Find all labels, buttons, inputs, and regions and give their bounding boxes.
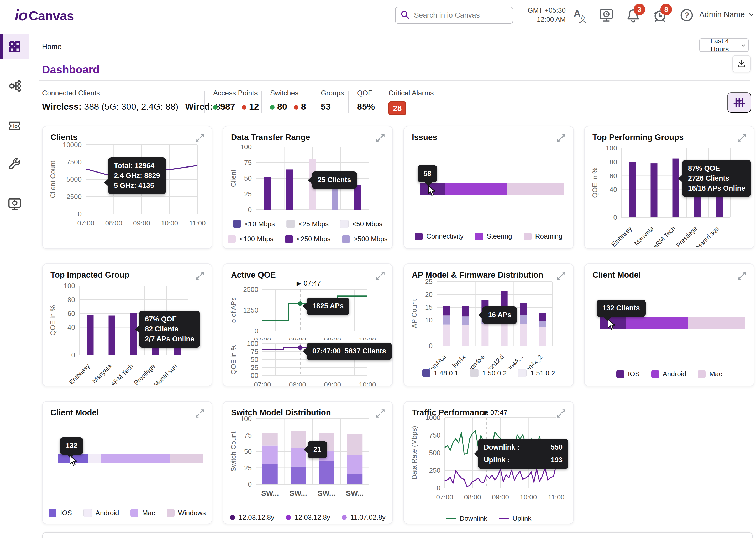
legend-swatch [342,235,350,243]
global-search[interactable] [395,7,513,24]
legend-label: 12.03.12.8y [294,513,330,521]
legend-item[interactable]: <100 Mbps [228,235,273,243]
svg-text:09:00: 09:00 [324,336,341,340]
svg-text:SW...: SW... [318,489,335,497]
stat-label: Access Points [213,89,259,97]
legend-label: 1.48.0.1 [434,369,459,377]
sidebar-item-tools[interactable] [0,152,30,177]
svg-text:ion4Axi: ion4Axi [428,353,447,369]
svg-text:0: 0 [248,480,252,488]
card-ap-model: AP Model & Firmware Distribution 0101520… [404,263,574,387]
svg-text:25: 25 [244,190,252,198]
monitor-clock-icon[interactable] [598,7,615,24]
legend-item[interactable]: Mac [698,370,722,378]
legend-swatch [286,515,291,520]
legend-item[interactable]: Uplink [499,514,531,522]
legend-item[interactable]: <10 Mbps [233,220,275,228]
alarm-clock-icon[interactable]: 8 [652,7,668,24]
chevron-down-icon [748,11,755,18]
svg-text:io: io [13,124,18,129]
expand-icon[interactable] [375,270,386,282]
legend-row: ConnectivitySteeringRoaming [404,232,573,241]
wireless-value: 388 (5G: 300, 2.4G: 88) [84,101,178,111]
download-button[interactable] [732,55,751,72]
legend-item[interactable]: 11.07.02.8y [342,513,386,521]
help-icon[interactable]: ? [678,7,695,24]
svg-text:0: 0 [248,206,252,214]
language-icon[interactable]: A文 [571,7,588,24]
app-logo[interactable]: io Canvas [15,6,74,24]
client-model-stacked-bar[interactable] [600,317,745,329]
card-client-model: Client Model 132 Clients IOSAndroidMac [584,263,754,387]
breadcrumb[interactable]: Home [42,42,62,51]
traffic-tooltip: Downlink :550 Uplink :193 [478,439,568,469]
time-range-select[interactable]: Last 4 Hours [699,38,749,52]
bar-segment-android[interactable] [626,317,688,329]
bar-segment-roaming[interactable] [507,183,564,195]
card-issues: Issues 58 ConnectivitySteeringRoaming [404,126,574,249]
svg-text:Manyata: Manyata [91,362,113,385]
svg-text:25: 25 [244,464,252,472]
legend-item[interactable]: <50 Mbps [340,220,382,228]
dashboard-grid-icon [7,39,22,54]
expand-icon[interactable] [194,408,206,419]
legend-item[interactable]: 1.48.0.1 [422,369,459,377]
data-transfer-tooltip: 25 Clients [312,172,357,189]
bar-segment-mac[interactable] [101,454,170,463]
legend-item[interactable]: Mac [130,509,155,517]
legend-item[interactable]: <250 Mbps [285,235,331,243]
legend-swatch [518,369,527,377]
sidebar-item-dashboard[interactable] [0,34,30,59]
logo-canvas-text: Canvas [29,8,74,24]
legend-item[interactable]: <25 Mbps [286,220,329,228]
sidebar-item-licenses[interactable]: io [0,113,30,138]
bar-segment-android[interactable] [88,454,101,463]
legend-swatch [228,235,236,243]
legend-item[interactable]: Steering [475,232,512,241]
critical-alarm-badge[interactable]: 28 [389,101,406,115]
expand-icon[interactable] [736,270,748,282]
legend-item[interactable]: 12.03.12.8y [230,513,274,521]
client-model-stacked-bar[interactable] [58,454,203,463]
top-impacted-tooltip: 67% QOE 82 Clients 2/7 APs Online [139,311,200,348]
search-icon [400,10,410,21]
legend-item[interactable]: Android [651,370,686,378]
svg-text:文: 文 [579,15,587,23]
legend-label: <100 Mbps [239,235,273,243]
legend-item[interactable]: >500 Mbps [342,235,387,243]
search-input[interactable] [413,11,508,20]
legend-item[interactable]: Downlink [446,514,487,522]
legend-item[interactable]: 1.50.0.2 [470,369,507,377]
legend-item[interactable]: 1.51.0.2 [518,369,555,377]
legend-item[interactable]: IOS [48,509,72,517]
user-menu[interactable]: Admin Name [699,10,755,19]
legend-item[interactable]: IOS [616,370,640,378]
issues-stacked-bar[interactable] [420,183,564,195]
legend-item[interactable]: 12.03.12.8y [286,513,330,521]
bar-segment-windows[interactable] [170,454,203,463]
sidebar-item-configuration[interactable] [0,74,30,99]
card-client-model-2: Client Model 132 IOSAndroidMacWindows [42,401,212,524]
bar-segment-mac[interactable] [688,317,745,329]
legend-label: 11.07.02.8y [350,513,386,521]
legend-item[interactable]: Android [84,509,119,517]
expand-icon[interactable] [375,133,386,144]
svg-text:10:00: 10:00 [359,381,376,386]
bar-segment-steering[interactable] [445,183,507,195]
legend-swatch [499,518,509,519]
legend-item[interactable]: Connectivity [415,232,464,241]
svg-text:08:00: 08:00 [289,336,306,340]
legend-item[interactable]: Windows [167,509,206,517]
expand-icon[interactable] [555,133,567,144]
main-content: Home Last 4 Hours Dashboard Connected Cl… [30,31,756,538]
legend-swatch [230,515,235,520]
legend-label: >500 Mbps [353,235,387,243]
notifications-bell-icon[interactable]: 3 [625,7,642,24]
sidebar-item-system[interactable] [0,191,30,217]
legend-item[interactable]: Roaming [524,232,563,241]
svg-text:Data Rate (Mbps): Data Rate (Mbps) [410,426,418,480]
legend-row: <10 Mbps<25 Mbps<50 Mbps [223,220,393,228]
chevron-down-icon [740,42,747,48]
dashboard-filter-button[interactable] [727,92,751,113]
monitor-gear-icon [7,196,22,212]
